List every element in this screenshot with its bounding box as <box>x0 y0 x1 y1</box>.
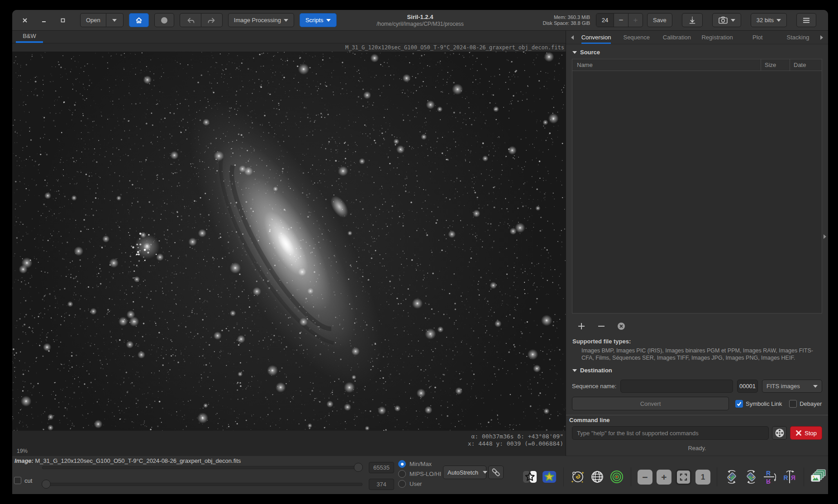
link-channels-button[interactable] <box>488 466 504 479</box>
source-title: Source <box>580 49 600 56</box>
debayer-checkbox[interactable] <box>789 400 797 408</box>
false-color-button[interactable] <box>542 469 557 485</box>
toolbar-separator <box>717 467 717 486</box>
tab-conversion[interactable]: Conversion <box>576 31 616 44</box>
cut-label: cut <box>24 477 32 484</box>
toolbar-separator <box>563 467 564 486</box>
threads-spinbox[interactable]: 24 − + <box>596 13 643 27</box>
mode-mips-option[interactable]: MIPS-LO/HI <box>398 470 441 478</box>
source-expander[interactable]: Source <box>572 49 822 56</box>
chevron-down-icon <box>326 19 331 22</box>
astro-image-canvas[interactable] <box>12 52 566 431</box>
tabs-scroll-left-button[interactable] <box>569 31 576 44</box>
column-header-date[interactable]: Date <box>790 59 822 71</box>
remove-files-button[interactable] <box>596 321 607 332</box>
minimize-icon[interactable] <box>40 17 48 24</box>
stretch-mode-dropdown[interactable]: AutoStretch <box>443 466 486 479</box>
zoom-fit-button[interactable] <box>676 469 691 485</box>
ra-dec-readout: α: 00h37m36s δ: +43°08'09" <box>468 433 563 440</box>
tab-plot[interactable]: Plot <box>738 31 778 44</box>
command-input[interactable] <box>572 426 769 440</box>
panel-tab-bar: Conversion Sequence Calibration Registra… <box>566 31 828 44</box>
tab-calibration[interactable]: Calibration <box>657 31 697 44</box>
image-stack-icon <box>810 469 826 485</box>
minmax-radio[interactable] <box>398 460 406 468</box>
rotate-right-button[interactable] <box>743 469 758 485</box>
flip-horizontal-button[interactable]: RR <box>782 469 797 485</box>
save-button[interactable]: Save <box>647 13 672 27</box>
cut-option[interactable]: cut <box>14 477 32 484</box>
undo-button[interactable] <box>180 13 201 27</box>
tab-registration[interactable]: Registration <box>697 31 738 44</box>
zoom-out-button[interactable]: − <box>638 470 652 485</box>
viewer-toolbar: − + 1 RR RR <box>522 466 826 488</box>
platesolve-annotate-button[interactable] <box>570 469 586 485</box>
mode-minmax-option[interactable]: Min/Max <box>398 460 432 468</box>
source-table-body[interactable] <box>572 71 822 313</box>
column-header-size[interactable]: Size <box>761 59 790 71</box>
debayer-option[interactable]: Debayer <box>789 400 822 408</box>
astrometry-grid-button[interactable] <box>590 469 605 485</box>
convert-button[interactable]: Convert <box>572 397 729 410</box>
tabs-scroll-right-button[interactable] <box>818 31 825 44</box>
threads-decrement-button[interactable]: − <box>614 14 628 27</box>
open-recent-button[interactable] <box>106 13 124 27</box>
zoom-one-to-one-button[interactable]: 1 <box>695 470 710 485</box>
tab-sequence[interactable]: Sequence <box>616 31 657 44</box>
mode-user-option[interactable]: User <box>398 480 422 488</box>
source-table-header: Name Size Date <box>572 59 822 71</box>
scripts-label: Scripts <box>305 17 324 24</box>
negative-view-button[interactable] <box>522 469 538 485</box>
cut-checkbox[interactable] <box>14 477 21 484</box>
rotate-left-button[interactable] <box>724 469 739 485</box>
clear-list-button[interactable] <box>616 321 627 332</box>
close-icon[interactable] <box>21 17 29 24</box>
galaxy-icon <box>570 469 586 485</box>
globe-icon <box>590 469 605 485</box>
low-threshold-value[interactable]: 374 <box>369 479 394 490</box>
output-format-dropdown[interactable]: FITS images <box>762 380 822 393</box>
camera-icon <box>718 16 728 24</box>
slider-handle[interactable] <box>354 463 363 472</box>
start-index-field[interactable]: 00001 <box>737 380 758 393</box>
panel-collapse-handle[interactable] <box>822 231 828 242</box>
maximize-icon[interactable] <box>59 17 67 24</box>
open-button[interactable]: Open <box>80 13 106 27</box>
snapshot-button[interactable] <box>712 13 741 27</box>
scripts-button[interactable]: Scripts <box>300 13 337 27</box>
tab-bw-channel[interactable]: B&W <box>16 31 43 43</box>
menu-button[interactable] <box>796 13 816 27</box>
zoom-in-button[interactable]: + <box>657 470 671 485</box>
add-files-button[interactable] <box>576 321 587 332</box>
photometry-button[interactable] <box>609 469 624 485</box>
mips-radio[interactable] <box>398 470 406 478</box>
title-block: Siril-1.2.4 /home/cyril/Images/CP/M31/pr… <box>312 14 529 27</box>
destination-expander[interactable]: Destination <box>572 367 822 374</box>
stop-button[interactable]: Stop <box>790 426 822 440</box>
command-help-button[interactable] <box>772 426 787 440</box>
high-threshold-value[interactable]: 65535 <box>369 462 394 473</box>
column-header-name[interactable]: Name <box>572 59 761 71</box>
sequence-list-button[interactable] <box>810 469 826 485</box>
high-threshold-slider[interactable] <box>42 463 362 472</box>
low-threshold-slider[interactable] <box>42 480 362 489</box>
save-as-button[interactable] <box>682 13 703 27</box>
symbolic-link-option[interactable]: Symbolic Link <box>735 400 782 408</box>
home-button[interactable] <box>129 13 149 27</box>
source-file-table[interactable]: Name Size Date <box>572 59 822 314</box>
livestack-button[interactable] <box>154 13 174 27</box>
source-list-actions <box>572 314 822 334</box>
redo-button[interactable] <box>201 13 223 27</box>
slider-handle[interactable] <box>42 480 51 489</box>
image-filename-overlay: M_31_G_120x120sec_G100_O50_T-9°C_2024-08… <box>345 44 564 51</box>
bit-depth-dropdown[interactable]: 32 bits <box>751 13 787 27</box>
threads-increment-button[interactable]: + <box>628 14 643 27</box>
symbolic-link-checkbox[interactable] <box>735 400 743 408</box>
chevron-down-icon <box>776 19 781 22</box>
conversion-page: Source Name Size Date <box>566 44 828 456</box>
sequence-name-input[interactable] <box>620 380 733 393</box>
user-radio[interactable] <box>398 480 406 488</box>
image-processing-button[interactable]: Image Processing <box>228 13 294 27</box>
tab-stacking[interactable]: Stacking <box>778 31 818 44</box>
flip-vertical-button[interactable]: RR <box>762 469 778 485</box>
